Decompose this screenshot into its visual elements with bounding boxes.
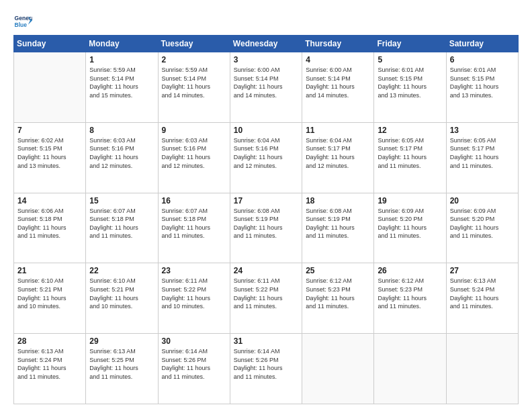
day-info: Sunrise: 6:14 AM Sunset: 5:26 PM Dayligh… [162,347,226,381]
svg-text:Blue: Blue [15,21,28,28]
calendar-cell [446,334,518,404]
logo: General Blue [13,12,32,31]
calendar-cell: 9Sunrise: 6:03 AM Sunset: 5:16 PM Daylig… [158,122,230,193]
calendar-cell: 11Sunrise: 6:04 AM Sunset: 5:17 PM Dayli… [302,122,374,193]
day-info: Sunrise: 6:08 AM Sunset: 5:19 PM Dayligh… [234,207,298,240]
day-number: 2 [162,55,226,64]
day-number: 21 [17,266,82,275]
calendar-cell: 27Sunrise: 6:13 AM Sunset: 5:24 PM Dayli… [446,263,518,334]
day-info: Sunrise: 6:07 AM Sunset: 5:18 PM Dayligh… [89,207,154,240]
day-info: Sunrise: 6:02 AM Sunset: 5:15 PM Dayligh… [17,136,82,170]
day-info: Sunrise: 6:04 AM Sunset: 5:17 PM Dayligh… [306,136,370,170]
calendar-cell: 13Sunrise: 6:05 AM Sunset: 5:17 PM Dayli… [446,122,518,193]
day-info: Sunrise: 6:14 AM Sunset: 5:26 PM Dayligh… [234,347,298,381]
calendar-cell: 17Sunrise: 6:08 AM Sunset: 5:19 PM Dayli… [230,193,302,263]
day-number: 26 [378,266,442,275]
day-info: Sunrise: 6:09 AM Sunset: 5:20 PM Dayligh… [378,207,442,240]
day-number: 20 [450,196,515,205]
day-info: Sunrise: 6:10 AM Sunset: 5:21 PM Dayligh… [17,277,82,310]
day-number: 4 [306,55,370,64]
day-info: Sunrise: 6:13 AM Sunset: 5:25 PM Dayligh… [89,347,154,381]
calendar-cell: 19Sunrise: 6:09 AM Sunset: 5:20 PM Dayli… [374,193,446,263]
day-info: Sunrise: 6:05 AM Sunset: 5:17 PM Dayligh… [450,136,515,170]
day-info: Sunrise: 6:00 AM Sunset: 5:14 PM Dayligh… [234,66,298,99]
day-number: 27 [450,266,515,275]
calendar-cell [302,334,374,404]
calendar-cell: 31Sunrise: 6:14 AM Sunset: 5:26 PM Dayli… [230,334,302,404]
calendar-cell: 26Sunrise: 6:12 AM Sunset: 5:23 PM Dayli… [374,263,446,334]
day-info: Sunrise: 6:04 AM Sunset: 5:16 PM Dayligh… [234,136,298,170]
calendar-cell: 28Sunrise: 6:13 AM Sunset: 5:24 PM Dayli… [14,334,86,404]
day-number: 22 [89,266,154,275]
day-info: Sunrise: 6:09 AM Sunset: 5:20 PM Dayligh… [450,207,515,240]
weekday-header-row: SundayMondayTuesdayWednesdayThursdayFrid… [14,36,519,52]
day-info: Sunrise: 6:13 AM Sunset: 5:24 PM Dayligh… [450,277,515,310]
day-number: 14 [17,196,82,205]
calendar-cell: 10Sunrise: 6:04 AM Sunset: 5:16 PM Dayli… [230,122,302,193]
day-number: 10 [234,126,298,135]
day-info: Sunrise: 6:05 AM Sunset: 5:17 PM Dayligh… [378,136,442,170]
calendar-cell: 8Sunrise: 6:03 AM Sunset: 5:16 PM Daylig… [86,122,158,193]
weekday-header-saturday: Saturday [446,36,518,52]
day-number: 6 [450,55,515,64]
day-number: 28 [17,336,82,346]
day-info: Sunrise: 6:12 AM Sunset: 5:23 PM Dayligh… [378,277,442,310]
day-info: Sunrise: 5:59 AM Sunset: 5:14 PM Dayligh… [89,66,154,99]
calendar-cell: 1Sunrise: 5:59 AM Sunset: 5:14 PM Daylig… [86,52,158,123]
day-info: Sunrise: 6:00 AM Sunset: 5:14 PM Dayligh… [306,66,370,99]
day-info: Sunrise: 5:59 AM Sunset: 5:14 PM Dayligh… [162,66,226,99]
day-number: 3 [234,55,298,64]
day-number: 24 [234,266,298,275]
weekday-header-friday: Friday [374,36,446,52]
day-info: Sunrise: 6:01 AM Sunset: 5:15 PM Dayligh… [378,66,442,99]
day-number: 11 [306,126,370,135]
calendar-cell: 21Sunrise: 6:10 AM Sunset: 5:21 PM Dayli… [14,263,86,334]
day-number: 25 [306,266,370,275]
day-number: 18 [306,196,370,205]
logo-icon: General Blue [13,12,32,31]
calendar-cell: 20Sunrise: 6:09 AM Sunset: 5:20 PM Dayli… [446,193,518,263]
calendar-cell: 14Sunrise: 6:06 AM Sunset: 5:18 PM Dayli… [14,193,86,263]
calendar-cell: 15Sunrise: 6:07 AM Sunset: 5:18 PM Dayli… [86,193,158,263]
day-number: 13 [450,126,515,135]
calendar-cell: 22Sunrise: 6:10 AM Sunset: 5:21 PM Dayli… [86,263,158,334]
calendar-cell: 24Sunrise: 6:11 AM Sunset: 5:22 PM Dayli… [230,263,302,334]
week-row-2: 7Sunrise: 6:02 AM Sunset: 5:15 PM Daylig… [14,122,519,193]
day-number: 17 [234,196,298,205]
day-info: Sunrise: 6:11 AM Sunset: 5:22 PM Dayligh… [162,277,226,310]
day-info: Sunrise: 6:10 AM Sunset: 5:21 PM Dayligh… [89,277,154,310]
weekday-header-monday: Monday [86,36,158,52]
calendar-cell: 30Sunrise: 6:14 AM Sunset: 5:26 PM Dayli… [158,334,230,404]
week-row-4: 21Sunrise: 6:10 AM Sunset: 5:21 PM Dayli… [14,263,519,334]
day-info: Sunrise: 6:13 AM Sunset: 5:24 PM Dayligh… [17,347,82,381]
calendar-cell: 6Sunrise: 6:01 AM Sunset: 5:15 PM Daylig… [446,52,518,123]
calendar-cell: 2Sunrise: 5:59 AM Sunset: 5:14 PM Daylig… [158,52,230,123]
day-number: 7 [17,126,82,135]
calendar-cell: 4Sunrise: 6:00 AM Sunset: 5:14 PM Daylig… [302,52,374,123]
calendar-cell: 25Sunrise: 6:12 AM Sunset: 5:23 PM Dayli… [302,263,374,334]
day-info: Sunrise: 6:07 AM Sunset: 5:18 PM Dayligh… [162,207,226,240]
day-info: Sunrise: 6:11 AM Sunset: 5:22 PM Dayligh… [234,277,298,310]
calendar-cell: 12Sunrise: 6:05 AM Sunset: 5:17 PM Dayli… [374,122,446,193]
calendar-cell: 16Sunrise: 6:07 AM Sunset: 5:18 PM Dayli… [158,193,230,263]
week-row-1: 1Sunrise: 5:59 AM Sunset: 5:14 PM Daylig… [14,52,519,123]
weekday-header-wednesday: Wednesday [230,36,302,52]
day-info: Sunrise: 6:01 AM Sunset: 5:15 PM Dayligh… [450,66,515,99]
calendar-cell: 29Sunrise: 6:13 AM Sunset: 5:25 PM Dayli… [86,334,158,404]
calendar-cell: 23Sunrise: 6:11 AM Sunset: 5:22 PM Dayli… [158,263,230,334]
day-number: 30 [162,336,226,346]
header: General Blue [13,12,519,31]
calendar-table: SundayMondayTuesdayWednesdayThursdayFrid… [13,35,519,404]
day-info: Sunrise: 6:08 AM Sunset: 5:19 PM Dayligh… [306,207,370,240]
calendar-cell: 7Sunrise: 6:02 AM Sunset: 5:15 PM Daylig… [14,122,86,193]
day-number: 9 [162,126,226,135]
day-number: 1 [89,55,154,64]
day-number: 29 [89,336,154,346]
week-row-3: 14Sunrise: 6:06 AM Sunset: 5:18 PM Dayli… [14,193,519,263]
day-info: Sunrise: 6:06 AM Sunset: 5:18 PM Dayligh… [17,207,82,240]
page: General Blue SundayMondayTuesdayWednesda… [0,0,532,411]
calendar-cell [14,52,86,123]
day-number: 19 [378,196,442,205]
day-info: Sunrise: 6:03 AM Sunset: 5:16 PM Dayligh… [89,136,154,170]
day-number: 31 [234,336,298,346]
